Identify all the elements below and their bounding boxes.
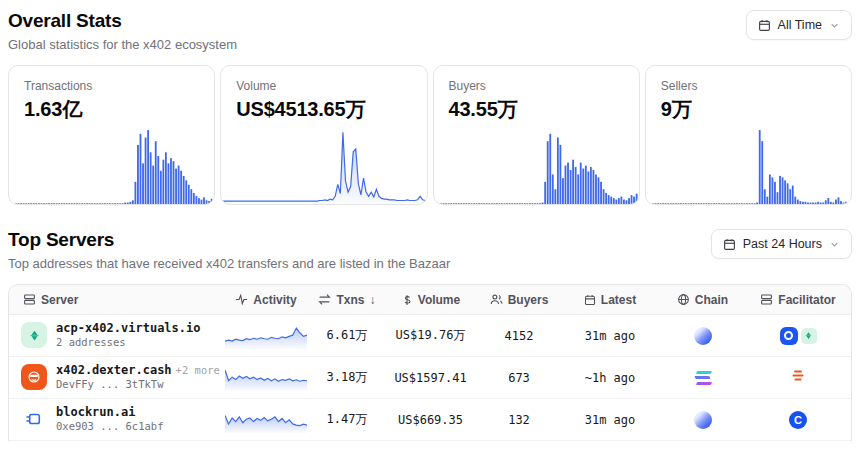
txns-value: 1.47万 bbox=[311, 411, 383, 428]
past-24-hours-filter-button[interactable]: Past 24 Hours bbox=[711, 229, 852, 259]
stat-value: US$4513.65万 bbox=[236, 96, 411, 123]
top-servers-table: Server Activity Txns ↓ Volume Buye bbox=[8, 284, 852, 441]
volume-value: US$1597.41 bbox=[383, 371, 478, 385]
base-chain-icon bbox=[694, 411, 712, 429]
column-header-server[interactable]: Server bbox=[9, 293, 221, 307]
stat-card-transactions: Transactions 1.63亿 bbox=[8, 65, 215, 205]
buyers-value: 132 bbox=[478, 413, 560, 427]
chevron-down-icon bbox=[829, 239, 840, 250]
volume-chart bbox=[222, 128, 425, 204]
section-title: Top Servers bbox=[8, 229, 450, 251]
buyers-chart bbox=[435, 128, 638, 204]
top-servers-section: Top Servers Top addresses that have rece… bbox=[8, 229, 852, 441]
table-header-row: Server Activity Txns ↓ Volume Buye bbox=[9, 285, 851, 315]
stat-value: 9万 bbox=[661, 96, 836, 123]
blockrun-avatar-icon bbox=[21, 406, 47, 432]
table-row-dexter[interactable]: x402.dexter.cash+2 more DevFFy ... 3tTkT… bbox=[9, 357, 851, 399]
latest-value: ~1h ago bbox=[560, 371, 660, 385]
time-filter-label: Past 24 Hours bbox=[743, 237, 822, 251]
sort-descending-icon: ↓ bbox=[370, 293, 376, 307]
activity-sparkline bbox=[225, 407, 307, 433]
page-subtitle: Global statistics for the x402 ecosystem bbox=[8, 37, 237, 52]
server-name[interactable]: acp-x402.virtuals.io bbox=[56, 321, 201, 337]
sellers-chart bbox=[647, 128, 850, 204]
column-header-buyers[interactable]: Buyers bbox=[478, 293, 560, 307]
all-time-filter-button[interactable]: All Time bbox=[746, 10, 852, 40]
table-row-acp-x402[interactable]: acp-x402.virtuals.io 2 addresses 6.61万 U… bbox=[9, 315, 851, 357]
latest-value: 31m ago bbox=[560, 413, 660, 427]
stat-card-sellers: Sellers 9万 bbox=[645, 65, 852, 205]
server-subtext: 0xe903 ... 6c1abf bbox=[56, 420, 163, 434]
stat-card-buyers: Buyers 43.55万 bbox=[433, 65, 640, 205]
virtuals-facilitator-icon bbox=[801, 328, 817, 344]
page-title: Overall Stats bbox=[8, 10, 237, 32]
coinbase-facilitator-icon: C bbox=[789, 411, 807, 429]
column-header-volume[interactable]: Volume bbox=[383, 293, 478, 307]
server-name[interactable]: blockrun.ai bbox=[56, 405, 163, 421]
chevron-down-icon bbox=[829, 20, 840, 31]
latest-value: 31m ago bbox=[560, 329, 660, 343]
dexter-avatar-icon bbox=[21, 364, 47, 390]
stat-label: Volume bbox=[236, 79, 411, 93]
swap-arrows-icon bbox=[318, 293, 331, 306]
volume-value: US$19.76万 bbox=[383, 327, 478, 344]
globe-icon bbox=[677, 293, 690, 306]
server-subtext: DevFFy ... 3tTkTw bbox=[56, 378, 220, 392]
buyers-value: 4152 bbox=[478, 329, 560, 343]
virtuals-avatar-icon bbox=[21, 322, 47, 348]
column-header-txns[interactable]: Txns ↓ bbox=[311, 293, 383, 307]
calendar-icon bbox=[584, 294, 596, 306]
volume-value: US$669.35 bbox=[383, 413, 478, 427]
column-header-facilitator[interactable]: Facilitator bbox=[745, 293, 851, 307]
activity-icon bbox=[235, 293, 248, 306]
dollar-icon bbox=[401, 294, 413, 306]
column-header-activity[interactable]: Activity bbox=[221, 293, 311, 307]
column-header-chain[interactable]: Chain bbox=[660, 293, 745, 307]
stat-cards: Transactions 1.63亿 Volume US$4513.65万 Bu… bbox=[8, 65, 852, 205]
activity-sparkline bbox=[225, 365, 307, 391]
activity-sparkline bbox=[225, 323, 307, 349]
stat-card-volume: Volume US$4513.65万 bbox=[220, 65, 427, 205]
stat-value: 43.55万 bbox=[449, 96, 624, 123]
calendar-icon bbox=[758, 19, 771, 32]
buyers-value: 673 bbox=[478, 371, 560, 385]
transactions-chart bbox=[10, 128, 213, 204]
dashboard: Overall Stats Global statistics for the … bbox=[0, 0, 860, 441]
server-subtext: 2 addresses bbox=[56, 336, 201, 350]
more-addresses-badge: +2 more bbox=[176, 364, 220, 376]
buyers-people-icon bbox=[490, 293, 503, 306]
stat-label: Sellers bbox=[661, 79, 836, 93]
server-name[interactable]: x402.dexter.cash+2 more bbox=[56, 363, 220, 379]
calendar-icon bbox=[723, 238, 736, 251]
stat-label: Buyers bbox=[449, 79, 624, 93]
cdp-facilitator-icon bbox=[780, 327, 798, 345]
txns-value: 6.61万 bbox=[311, 327, 383, 344]
txns-value: 3.18万 bbox=[311, 369, 383, 386]
solana-chain-icon bbox=[695, 371, 710, 385]
stat-label: Transactions bbox=[24, 79, 199, 93]
table-row-blockrun[interactable]: blockrun.ai 0xe903 ... 6c1abf 1.47万 US$6… bbox=[9, 399, 851, 441]
facilitator-rows-icon bbox=[760, 293, 773, 306]
section-subtitle: Top addresses that have received x402 tr… bbox=[8, 256, 450, 271]
dexter-facilitator-icon bbox=[790, 368, 806, 387]
top-servers-header: Top Servers Top addresses that have rece… bbox=[8, 229, 852, 271]
time-filter-label: All Time bbox=[778, 18, 822, 32]
server-rows-icon bbox=[23, 293, 36, 306]
column-header-latest[interactable]: Latest bbox=[560, 293, 660, 307]
overall-stats-header: Overall Stats Global statistics for the … bbox=[8, 10, 852, 52]
stat-value: 1.63亿 bbox=[24, 96, 199, 123]
base-chain-icon bbox=[694, 327, 712, 345]
